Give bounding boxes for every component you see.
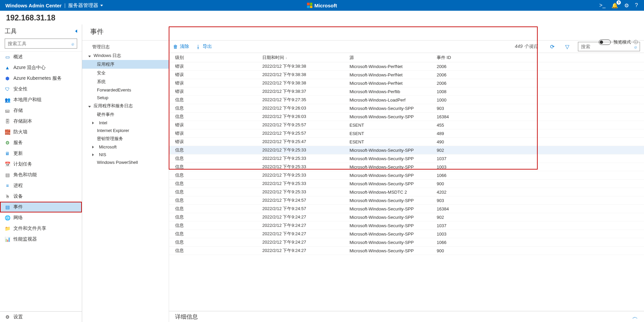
storage-icon: 🖴	[5, 108, 10, 113]
sidebar-item-azure[interactable]: ▲Azure 混合中心	[0, 62, 82, 73]
cell-source: Microsoft-Windows-Security-SPP	[350, 206, 437, 211]
cell-source: Microsoft-Windows-PerfNet	[350, 64, 437, 69]
tree-leaf[interactable]: NIS	[82, 151, 169, 158]
preview-toggle[interactable]	[599, 40, 611, 45]
replica-icon: 🗄	[5, 119, 10, 124]
col-id[interactable]: 事件 ID	[437, 55, 490, 61]
sidebar-item-events[interactable]: ▤事件	[0, 202, 82, 212]
cell-source: Microsoft-Windows-Security-SPP	[350, 198, 437, 203]
settings-label: 设置	[13, 314, 23, 320]
tree-root[interactable]: 管理日志	[82, 43, 169, 51]
events-icon: ▤	[5, 204, 10, 210]
tree-leaf[interactable]: ForwardedEvents	[82, 86, 169, 94]
col-source[interactable]: 源	[350, 55, 437, 61]
sidebar-item-network[interactable]: 🌐网络	[0, 212, 82, 223]
sidebar-item-shield[interactable]: 🛡安全性	[0, 84, 82, 94]
table-row[interactable]: 信息2022/2/12 下午9:24:27Microsoft-Windows-S…	[169, 221, 644, 230]
table-row[interactable]: 信息2022/2/12 下午9:24:27Microsoft-Windows-S…	[169, 213, 644, 221]
tree-group[interactable]: 应用程序和服务日志	[82, 102, 169, 110]
tree-leaf[interactable]: 安全	[82, 69, 169, 77]
sidebar-item-storage[interactable]: 🖴存储	[0, 105, 82, 116]
cell-level: 信息	[175, 248, 262, 254]
table-row[interactable]: 信息2022/2/12 下午9:25:33Microsoft-Windows-S…	[169, 171, 644, 180]
cell-id: 490	[437, 139, 490, 144]
tree-leaf[interactable]: Setup	[82, 94, 169, 102]
sidebar-item-services[interactable]: ⚙服务	[0, 137, 82, 148]
sidebar-item-files[interactable]: 📁文件和文件共享	[0, 223, 82, 234]
sidebar-item-label: 事件	[13, 204, 23, 210]
sidebar-item-devices[interactable]: 🖱设备	[0, 191, 82, 202]
cell-source: Microsoft-Windows-Security-SPP	[350, 106, 437, 111]
table-row[interactable]: 信息2022/2/12 下午9:24:27Microsoft-Windows-S…	[169, 230, 644, 238]
events-table[interactable]: 级别 日期和时间↓ 源 事件 ID 错误2022/2/12 下午9:38:38M…	[169, 53, 644, 311]
cell-datetime: 2022/2/12 下午9:25:33	[262, 155, 350, 162]
table-row[interactable]: 错误2022/2/12 下午9:25:57ESENT489	[169, 129, 644, 138]
table-row[interactable]: 错误2022/2/12 下午9:38:38Microsoft-Windows-P…	[169, 71, 644, 79]
table-row[interactable]: 信息2022/2/12 下午9:25:33Microsoft-Windows-S…	[169, 154, 644, 163]
tree-leaf[interactable]: Internet Explorer	[82, 127, 169, 134]
sidebar-item-settings[interactable]: ⚙ 设置	[0, 312, 82, 322]
table-row[interactable]: 信息2022/2/12 下午9:25:33Microsoft-Windows-S…	[169, 180, 644, 188]
table-row[interactable]: 错误2022/2/12 下午9:38:38Microsoft-Windows-P…	[169, 62, 644, 71]
table-row[interactable]: 错误2022/2/12 下午9:25:57ESENT455	[169, 121, 644, 129]
command-bar: 🗑 清除 ⭳ 导出 449 个项目 ⟳ ▽ ⌕	[169, 41, 644, 53]
notifications-button[interactable]: 🔔 3	[611, 2, 618, 9]
clear-button[interactable]: 🗑 清除	[173, 44, 189, 50]
tree-leaf-label: Windows PowerShell	[97, 160, 138, 165]
tree-leaf[interactable]: Windows PowerShell	[82, 158, 169, 166]
chevron-up-icon[interactable]: ︿	[632, 313, 638, 321]
sidebar-item-aks[interactable]: ⬢Azure Kubernetes 服务	[0, 73, 82, 84]
powershell-icon[interactable]: >_	[599, 2, 605, 8]
tree-leaf[interactable]: 应用程序	[82, 60, 169, 69]
tree-leaf-label: Microsoft	[99, 144, 117, 149]
sidebar-item-perf[interactable]: 📊性能监视器	[0, 234, 82, 245]
filter-button[interactable]: ▽	[563, 44, 571, 50]
table-row[interactable]: 信息2022/2/12 下午9:24:27Microsoft-Windows-S…	[169, 238, 644, 247]
info-icon[interactable]: ⓘ	[634, 39, 638, 45]
services-icon: ⚙	[5, 140, 10, 145]
tree-leaf[interactable]: Intel	[82, 119, 169, 127]
tools-search-input[interactable]	[8, 41, 61, 46]
collapse-icon[interactable]	[75, 29, 77, 33]
table-row[interactable]: 信息2022/2/12 下午9:25:33Microsoft-Windows-M…	[169, 188, 644, 196]
help-icon[interactable]: ?	[635, 2, 638, 8]
expand-icon	[92, 152, 96, 157]
sidebar-item-overview[interactable]: ▭概述	[0, 52, 82, 62]
table-row[interactable]: 信息2022/2/12 下午9:26:03Microsoft-Windows-S…	[169, 104, 644, 113]
table-row[interactable]: 信息2022/2/12 下午9:26:03Microsoft-Windows-S…	[169, 113, 644, 121]
export-button[interactable]: ⭳ 导出	[196, 44, 212, 50]
tree-leaf[interactable]: Microsoft	[82, 143, 169, 151]
table-row[interactable]: 信息2022/2/12 下午9:27:35Microsoft-Windows-L…	[169, 96, 644, 104]
table-row[interactable]: 错误2022/2/12 下午9:25:47ESENT490	[169, 138, 644, 146]
table-row[interactable]: 错误2022/2/12 下午9:38:38Microsoft-Windows-P…	[169, 79, 644, 87]
cell-level: 信息	[175, 239, 262, 245]
col-datetime[interactable]: 日期和时间↓	[262, 55, 350, 61]
tree-group[interactable]: Windows 日志	[82, 51, 169, 60]
sidebar-item-firewall[interactable]: 🧱防火墙	[0, 127, 82, 137]
cell-id: 902	[437, 215, 490, 220]
table-row[interactable]: 信息2022/2/12 下午9:24:57Microsoft-Windows-S…	[169, 196, 644, 205]
cell-datetime: 2022/2/12 下午9:25:33	[262, 172, 350, 178]
sidebar-item-users[interactable]: 👥本地用户和组	[0, 94, 82, 105]
sidebar-item-replica[interactable]: 🗄存储副本	[0, 116, 82, 127]
sidebar-item-tasks[interactable]: 📅计划任务	[0, 159, 82, 170]
detail-bar[interactable]: 详细信息 ︿	[169, 311, 644, 322]
settings-icon[interactable]: ⚙	[624, 2, 629, 9]
table-row[interactable]: 信息2022/2/12 下午9:25:33Microsoft-Windows-S…	[169, 163, 644, 171]
tools-searchbox[interactable]: ⌕	[5, 39, 77, 49]
expand-icon	[92, 120, 96, 125]
tree-leaf[interactable]: 系统	[82, 77, 169, 86]
refresh-button[interactable]: ⟳	[548, 44, 556, 50]
tree-leaf[interactable]: 密钥管理服务	[82, 134, 169, 143]
sidebar-item-process[interactable]: ≡进程	[0, 180, 82, 191]
table-row[interactable]: 信息2022/2/12 下午9:24:57Microsoft-Windows-S…	[169, 205, 644, 213]
tree-leaf[interactable]: 硬件事件	[82, 110, 169, 119]
table-row[interactable]: 信息2022/2/12 下午9:24:27Microsoft-Windows-S…	[169, 247, 644, 255]
table-row[interactable]: 错误2022/2/12 下午9:38:37Microsoft-Windows-P…	[169, 87, 644, 96]
sidebar-item-label: 文件和文件共享	[13, 226, 46, 232]
table-row[interactable]: 信息2022/2/12 下午9:25:33Microsoft-Windows-S…	[169, 146, 644, 154]
sidebar-item-update[interactable]: 🖥更新	[0, 148, 82, 159]
col-level[interactable]: 级别	[175, 55, 262, 61]
scope-dropdown[interactable]: 服务器管理器	[68, 2, 103, 9]
sidebar-item-roles[interactable]: ▤角色和功能	[0, 170, 82, 180]
